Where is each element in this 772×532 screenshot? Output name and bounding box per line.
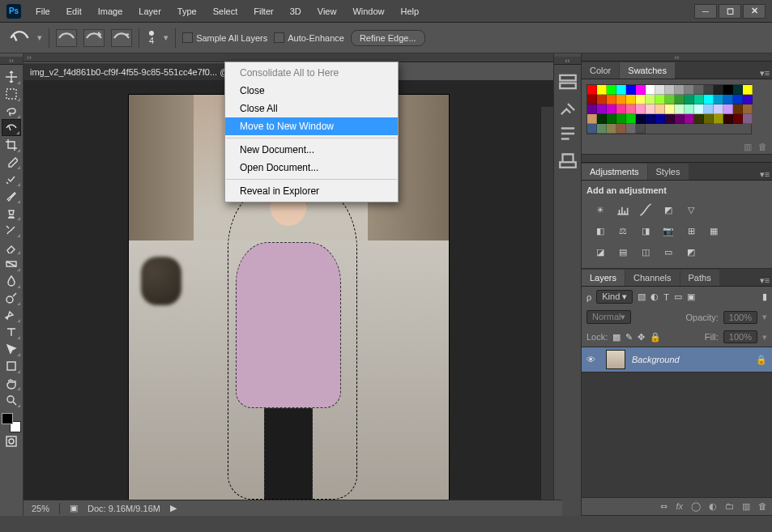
swatch[interactable]: [636, 124, 646, 134]
menu-help[interactable]: Help: [393, 0, 428, 23]
swatch[interactable]: [743, 104, 753, 114]
adjustments-grip[interactable]: [582, 155, 772, 163]
gradient-map-icon[interactable]: ▭: [661, 245, 676, 258]
swatch[interactable]: [616, 124, 626, 134]
auto-enhance-checkbox[interactable]: Auto-Enhance: [274, 32, 344, 43]
swatch[interactable]: [597, 124, 607, 134]
quick-select-tool[interactable]: [2, 119, 21, 136]
swatches-grid[interactable]: [586, 84, 752, 134]
swatch[interactable]: [694, 104, 704, 114]
layer-visibility-icon[interactable]: 👁: [586, 355, 599, 364]
new-selection-button[interactable]: [56, 29, 77, 47]
color-balance-icon[interactable]: ⚖: [616, 224, 630, 237]
filter-type-icon[interactable]: T: [663, 292, 669, 302]
swatch[interactable]: [675, 114, 685, 124]
delete-layer-icon[interactable]: 🗑: [758, 501, 767, 512]
sample-all-layers-checkbox[interactable]: Sample All Layers: [182, 32, 267, 43]
dodge-tool[interactable]: [2, 289, 21, 306]
swatch[interactable]: [597, 104, 607, 114]
swatch[interactable]: [694, 85, 704, 95]
threshold-icon[interactable]: ◫: [638, 245, 653, 258]
swatches-grip[interactable]: ‹‹: [582, 53, 772, 62]
menu-edit[interactable]: Edit: [58, 0, 90, 23]
swatch[interactable]: [694, 95, 704, 104]
swatch[interactable]: [743, 85, 753, 95]
swatch[interactable]: [616, 85, 626, 95]
menu-image[interactable]: Image: [90, 0, 131, 23]
swatch[interactable]: [675, 95, 685, 104]
tab-channels[interactable]: Channels: [625, 270, 679, 286]
filter-pixel-icon[interactable]: ▧: [638, 292, 646, 302]
swatch[interactable]: [743, 95, 753, 104]
foreground-color-swatch[interactable]: [2, 413, 13, 424]
swatch[interactable]: [616, 114, 626, 124]
swatch[interactable]: [685, 104, 694, 114]
swatch[interactable]: [733, 114, 743, 124]
paragraph-panel-icon[interactable]: [557, 121, 578, 146]
swatch[interactable]: [694, 114, 704, 124]
swatch[interactable]: [646, 95, 655, 104]
mask-icon[interactable]: ◯: [691, 501, 701, 512]
quick-mask-button[interactable]: [2, 432, 21, 449]
blend-mode-dropdown[interactable]: Normal ▾: [586, 310, 631, 324]
filter-shape-icon[interactable]: ▭: [674, 292, 682, 302]
swatch[interactable]: [704, 114, 714, 124]
swatch[interactable]: [665, 104, 675, 114]
swatch[interactable]: [607, 124, 616, 134]
swatch[interactable]: [655, 104, 665, 114]
curves-icon[interactable]: [638, 203, 653, 216]
filter-adjust-icon[interactable]: ◐: [650, 292, 659, 302]
swatch[interactable]: [607, 104, 616, 114]
swatch[interactable]: [723, 114, 733, 124]
color-lookup-icon[interactable]: ▦: [706, 224, 721, 237]
menu-3d[interactable]: 3D: [282, 0, 309, 23]
subtract-from-selection-button[interactable]: [111, 29, 132, 47]
brush-tool[interactable]: [2, 187, 21, 204]
menu-filter[interactable]: Filter: [245, 0, 281, 23]
swatch[interactable]: [636, 95, 646, 104]
link-layers-icon[interactable]: ⇔: [660, 501, 668, 512]
gradient-tool[interactable]: [2, 255, 21, 272]
swatch[interactable]: [646, 114, 655, 124]
brightness-contrast-icon[interactable]: ☀: [593, 203, 608, 216]
swatch[interactable]: [665, 85, 675, 95]
swatch[interactable]: [733, 104, 743, 114]
lock-transparency-icon[interactable]: ▩: [612, 332, 621, 343]
swatch[interactable]: [714, 104, 723, 114]
menu-select[interactable]: Select: [205, 0, 246, 23]
stamp-tool[interactable]: [2, 204, 21, 221]
hand-tool[interactable]: [2, 374, 21, 391]
swatch[interactable]: [626, 114, 636, 124]
filter-toggle[interactable]: ▮: [762, 292, 767, 302]
lasso-tool[interactable]: [2, 102, 21, 119]
swatch[interactable]: [685, 85, 694, 95]
swatch[interactable]: [587, 85, 597, 95]
pen-tool[interactable]: [2, 306, 21, 323]
new-swatch-icon[interactable]: ▥: [744, 142, 752, 152]
swatch[interactable]: [704, 95, 714, 104]
minimize-button[interactable]: ─: [694, 4, 717, 19]
swatch[interactable]: [616, 95, 626, 104]
crop-tool[interactable]: [2, 136, 21, 153]
layer-filter-kind[interactable]: Kind ▾: [596, 290, 633, 304]
character-panel-icon[interactable]: [557, 147, 578, 172]
swatch[interactable]: [636, 85, 646, 95]
swatch[interactable]: [675, 85, 685, 95]
opacity-value[interactable]: 100%: [723, 311, 757, 324]
swatch[interactable]: [587, 104, 597, 114]
filter-smart-icon[interactable]: ▣: [687, 292, 695, 302]
toolbox-grip[interactable]: ››: [0, 57, 23, 65]
marquee-tool[interactable]: [2, 85, 21, 102]
swatch[interactable]: [616, 104, 626, 114]
photo-filter-icon[interactable]: 📷: [661, 224, 676, 237]
swatch[interactable]: [646, 104, 655, 114]
move-tool[interactable]: [2, 68, 21, 85]
canvas-scrollbar-vertical[interactable]: [540, 107, 553, 503]
layer-row[interactable]: 👁 Background 🔒: [582, 347, 772, 372]
swatch[interactable]: [626, 85, 636, 95]
zoom-tool[interactable]: [2, 391, 21, 408]
tab-color[interactable]: Color: [582, 62, 619, 79]
swatch[interactable]: [665, 114, 675, 124]
shape-tool[interactable]: [2, 357, 21, 374]
swatch[interactable]: [636, 114, 646, 124]
